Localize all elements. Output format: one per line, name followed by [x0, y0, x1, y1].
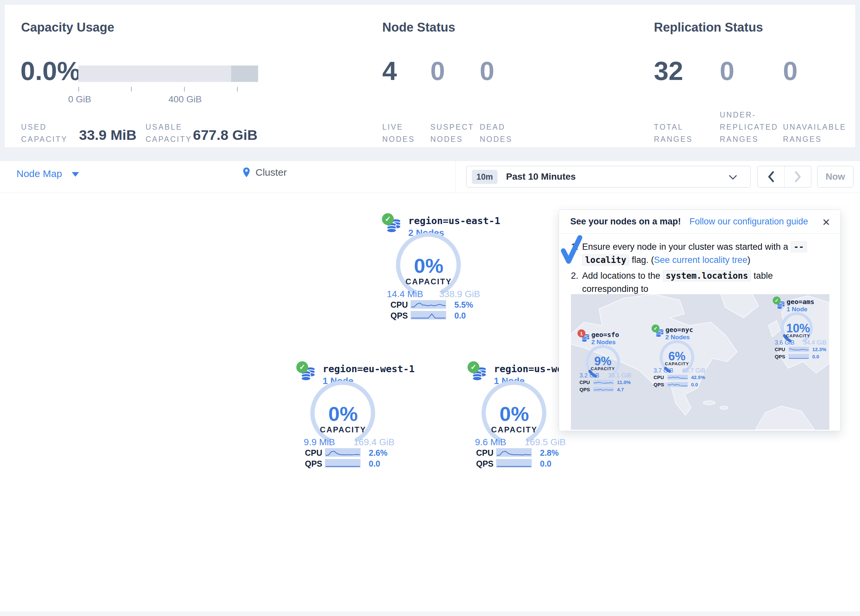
capacity-total: 169.5 GiB [519, 437, 571, 448]
cockroachdb-cluster-overview: { "stats": { "capacity": { "title": "Cap… [0, 0, 860, 616]
system-locations-code: system.locations [663, 270, 751, 281]
close-icon[interactable]: ✕ [822, 216, 830, 228]
qps-row: QPS 0.0 [303, 459, 421, 468]
health-badge: ✓ [296, 361, 308, 373]
qps-label: QPS [305, 459, 322, 469]
popup-title: See your nodes on a map! [570, 216, 681, 227]
capacity-percent: 0% [481, 402, 547, 425]
capacity-axis-400: 400 GiB [168, 94, 201, 105]
view-selector-label: Node Map [16, 168, 62, 179]
cpu-sparkline [496, 448, 532, 457]
time-range-label: Past 10 Minutes [506, 171, 576, 182]
example-locality-geo-nyc: ✓ geo=nyc 2 Nodes 6% CAPACITY 3.7 GiB 65… [649, 324, 725, 390]
warning-badge: 1 [578, 329, 585, 337]
configuration-guide-link[interactable]: Follow our configuration guide [689, 216, 808, 227]
chevron-down-icon [72, 172, 79, 177]
live-nodes-label: LIVE NODES [382, 109, 415, 146]
capacity-axis-0: 0 GiB [68, 94, 91, 105]
capacity-used: 9.6 MiB [464, 437, 517, 448]
locality-name: geo=ams [786, 298, 814, 306]
breadcrumb-label: Cluster [256, 167, 287, 178]
locality-tree-link[interactable]: See current locality tree [654, 255, 747, 265]
capacity-used: 14.4 MiB [379, 289, 431, 299]
locality-flag-code: locality [582, 254, 629, 266]
qps-sparkline [667, 382, 688, 387]
capacity-usage-title: Capacity Usage [21, 20, 114, 34]
locality-flag-code: -- [791, 241, 807, 252]
capacity-word: CAPACITY [481, 425, 547, 434]
qps-sparkline [593, 387, 614, 392]
qps-value: 4.7 [617, 387, 624, 392]
capacity-used: 9.9 MiB [293, 437, 346, 448]
blue-check-icon [560, 234, 583, 265]
chevron-right-icon [794, 171, 801, 182]
time-prev-button[interactable] [758, 166, 784, 187]
breadcrumb[interactable]: Cluster [243, 167, 287, 178]
cpu-label: CPU [775, 346, 785, 352]
cpu-value: 2.6% [369, 448, 388, 458]
qps-value: 0.0 [454, 311, 466, 320]
time-next-button[interactable] [784, 166, 811, 187]
cpu-row: CPU 2.8% [474, 448, 593, 458]
cpu-value: 2.8% [540, 448, 559, 458]
footer-strip [0, 612, 860, 616]
replication-status-title: Replication Status [654, 20, 763, 34]
setup-step-1: 1. Ensure every node in your cluster was… [571, 240, 831, 266]
cpu-row: CPU 2.6% [303, 448, 421, 458]
cpu-label: CPU [476, 448, 494, 458]
capacity-bar-tail [231, 66, 258, 82]
locality-name: geo=nyc [665, 326, 693, 334]
dead-nodes-label: DEAD NODES [480, 109, 512, 146]
now-button[interactable]: Now [817, 166, 854, 188]
cpu-value: 42.5% [691, 375, 705, 380]
capacity-used: 3.7 GiB [649, 367, 678, 374]
capacity-word: CAPACITY [659, 361, 695, 366]
capacity-total: 34.4 GiB [800, 339, 829, 346]
health-badge: ✓ [773, 296, 781, 304]
view-selector-dropdown[interactable]: Node Map [16, 168, 79, 179]
unavailable-label: UNAVAILABLE RANGES [783, 109, 846, 146]
qps-value: 0.0 [540, 459, 551, 469]
capacity-word: CAPACITY [396, 277, 461, 286]
qps-sparkline [411, 311, 446, 320]
locality-name: region=eu-west-1 [323, 363, 414, 375]
cpu-sparkline [789, 347, 809, 352]
capacity-usage-percent: 0.0% [20, 55, 80, 88]
total-ranges-label: TOTAL RANGES [654, 109, 693, 146]
map-toolbar: Node Map Cluster 10m Past 10 Minutes Now [0, 161, 860, 193]
cpu-sparkline [667, 375, 688, 380]
node-status-title: Node Status [382, 20, 455, 34]
cpu-label: CPU [579, 379, 590, 385]
cpu-sparkline [325, 448, 361, 457]
capacity-word: CAPACITY [585, 366, 621, 371]
under-replicated-count: 0 [720, 55, 734, 88]
qps-label: QPS [775, 354, 785, 359]
popup-header: See your nodes on a map! Follow our conf… [559, 210, 840, 234]
capacity-word: CAPACITY [780, 333, 816, 338]
locality-name: region=us-east-1 [408, 215, 500, 226]
capacity-total: 35.1 GiB [604, 372, 635, 379]
chevron-left-icon [767, 171, 775, 182]
capacity-word: CAPACITY [310, 425, 376, 434]
usable-capacity-label: USABLE CAPACITY [146, 109, 192, 146]
example-node-map: 1 geo=sfo 2 Nodes 9% CAPACITY 3.2 GiB 35… [571, 294, 829, 430]
capacity-percent: 0% [396, 254, 461, 277]
locality-group-eu-west-1[interactable]: ✓ region=eu-west-1 1 Node 0% CAPACITY 9.… [290, 359, 435, 472]
node-map-setup-popup: See your nodes on a map! Follow our conf… [559, 210, 841, 431]
chevron-down-icon [729, 175, 737, 180]
live-nodes-count: 4 [382, 55, 397, 88]
qps-value: 0.0 [691, 382, 698, 387]
suspect-nodes-count: 0 [430, 55, 445, 88]
toolbar-divider [455, 161, 456, 193]
capacity-used: 3.2 GiB [575, 372, 604, 379]
capacity-total: 338.9 GiB [433, 289, 486, 299]
example-locality-geo-ams: ✓ geo=ams 1 Node 10% CAPACITY 3.6 GiB 34… [770, 296, 829, 362]
cpu-value: 12.3% [812, 346, 826, 352]
time-range-select[interactable]: 10m Past 10 Minutes [466, 166, 751, 188]
cpu-value: 5.5% [454, 300, 473, 310]
unavailable-count: 0 [783, 55, 798, 88]
location-pin-icon [243, 167, 250, 178]
capacity-used: 3.6 GiB [770, 339, 799, 346]
capacity-percent: 0% [310, 402, 376, 425]
locality-group-us-east-1[interactable]: ✓ region=us-east-1 2 Nodes 0% CAPACITY 1… [375, 211, 520, 324]
